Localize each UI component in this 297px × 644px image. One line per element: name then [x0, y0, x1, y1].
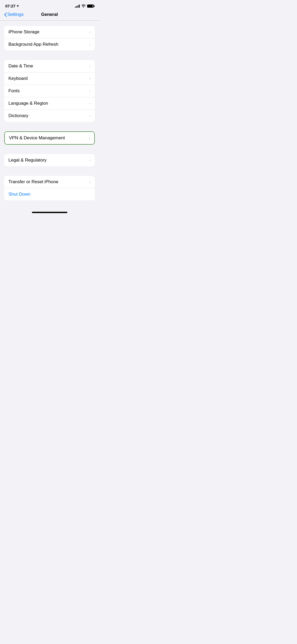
nav-bar: Settings General	[0, 10, 99, 21]
settings-item-background-app-refresh[interactable]: Background App Refresh›	[4, 38, 95, 50]
page-wrapper: 07:27	[0, 0, 99, 215]
chevron-icon-date-time: ›	[89, 64, 91, 68]
chevron-left-icon	[4, 12, 7, 17]
settings-group-legal-group: Legal & Regulatory›	[4, 154, 95, 166]
label-dictionary: Dictionary	[8, 113, 29, 118]
page-title: General	[41, 12, 58, 17]
chevron-icon-legal-regulatory: ›	[89, 158, 91, 162]
label-shut-down: Shut Down	[8, 192, 30, 197]
wifi-icon	[81, 4, 86, 8]
settings-item-keyboard[interactable]: Keyboard›	[4, 72, 95, 85]
chevron-icon-transfer-reset: ›	[89, 180, 91, 184]
label-transfer-reset: Transfer or Reset iPhone	[8, 179, 58, 185]
settings-item-date-time[interactable]: Date & Time›	[4, 60, 95, 72]
label-keyboard: Keyboard	[8, 76, 28, 81]
label-vpn-device-management: VPN & Device Management	[9, 135, 65, 141]
label-background-app-refresh: Background App Refresh	[8, 42, 58, 47]
battery-icon	[87, 4, 94, 8]
label-iphone-storage: iPhone Storage	[8, 29, 39, 35]
chevron-icon-background-app-refresh: ›	[89, 42, 91, 47]
chevron-icon-vpn-device-management: ›	[89, 136, 90, 140]
status-time: 07:27	[5, 4, 19, 8]
settings-item-iphone-storage[interactable]: iPhone Storage›	[4, 26, 95, 38]
label-legal-regulatory: Legal & Regulatory	[8, 158, 47, 163]
settings-item-dictionary[interactable]: Dictionary›	[4, 110, 95, 122]
home-bar	[32, 212, 67, 213]
settings-item-transfer-reset[interactable]: Transfer or Reset iPhone›	[4, 176, 95, 188]
settings-item-language-region[interactable]: Language & Region›	[4, 97, 95, 110]
chevron-icon-dictionary: ›	[89, 114, 91, 118]
time-display: 07:27	[5, 4, 15, 8]
settings-group-locale-group: Date & Time›Keyboard›Fonts›Language & Re…	[4, 60, 95, 122]
settings-group-vpn-group: VPN & Device Management›	[4, 131, 95, 145]
location-icon	[16, 5, 19, 7]
chevron-icon-keyboard: ›	[89, 76, 91, 81]
status-bar: 07:27	[0, 0, 99, 10]
status-icons	[75, 4, 94, 8]
settings-item-shut-down[interactable]: Shut Down	[4, 188, 95, 200]
settings-group-reset-group: Transfer or Reset iPhone›Shut Down	[4, 176, 95, 200]
home-indicator	[0, 210, 99, 215]
settings-item-legal-regulatory[interactable]: Legal & Regulatory›	[4, 154, 95, 166]
settings-group-storage-group: iPhone Storage›Background App Refresh›	[4, 26, 95, 50]
spacer	[0, 206, 99, 210]
label-fonts: Fonts	[8, 88, 20, 94]
label-language-region: Language & Region	[8, 101, 48, 106]
chevron-icon-language-region: ›	[89, 101, 91, 105]
signal-icon	[75, 4, 80, 8]
settings-item-vpn-device-management[interactable]: VPN & Device Management›	[5, 132, 94, 144]
label-date-time: Date & Time	[8, 63, 33, 69]
settings-item-fonts[interactable]: Fonts›	[4, 85, 95, 97]
chevron-icon-fonts: ›	[89, 89, 91, 93]
back-button[interactable]: Settings	[4, 12, 23, 17]
content-area: iPhone Storage›Background App Refresh›Da…	[0, 21, 99, 206]
back-label: Settings	[7, 12, 23, 17]
chevron-icon-iphone-storage: ›	[89, 30, 91, 34]
